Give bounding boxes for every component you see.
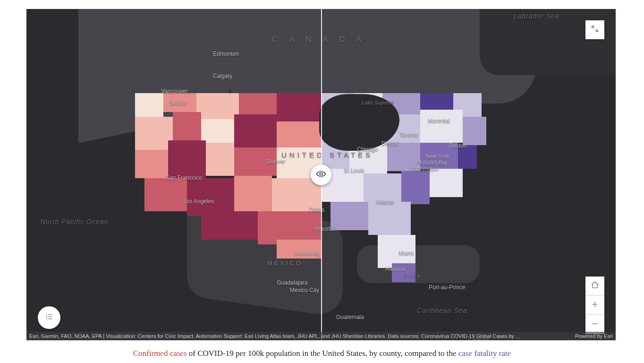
- home-icon: [591, 281, 599, 291]
- zoom-in-button[interactable]: [585, 295, 604, 315]
- home-extent-button[interactable]: [585, 277, 604, 295]
- app-frame: North Pacific Ocean Caribbean Sea Labrad…: [0, 0, 644, 363]
- svg-point-2: [46, 319, 47, 320]
- figure-caption: Confirmed cases of COVID-19 per 100k pop…: [0, 349, 644, 358]
- landmass: [357, 245, 480, 283]
- caption-fatality: case fatality rate: [458, 349, 511, 358]
- swipe-handle[interactable]: [311, 164, 331, 185]
- list-icon: [45, 312, 53, 323]
- svg-point-1: [46, 316, 47, 317]
- expand-icon: [591, 25, 599, 35]
- label-caribbean-sea: Caribbean Sea: [414, 306, 470, 316]
- minus-icon: [591, 320, 599, 330]
- svg-point-0: [46, 314, 47, 315]
- landmass: [480, 9, 616, 75]
- caption-confirmed: Confirmed cases: [133, 349, 187, 358]
- swipe-arrows-icon: [315, 168, 327, 182]
- expand-button[interactable]: [585, 20, 604, 39]
- plus-icon: [591, 300, 599, 311]
- city-guatemala: Guatemala: [336, 314, 364, 320]
- zoom-out-button[interactable]: [585, 315, 604, 334]
- choropleth-confirmed: [135, 93, 321, 246]
- attribution-bar: Esri, Garmin, FAO, NOAA, EPA | Visualiza…: [26, 332, 616, 340]
- caption-mid: of COVID-19 per 100k population in the U…: [187, 349, 458, 358]
- legend-button[interactable]: [38, 306, 60, 329]
- label-ocean-pacific: North Pacific Ocean: [41, 217, 97, 227]
- city-port-au-prince: Port-au-Prince: [429, 284, 465, 291]
- attribution-powered[interactable]: Powered by Esri: [575, 332, 613, 340]
- attribution-sources: Esri, Garmin, FAO, NOAA, EPA | Visualiza…: [29, 332, 570, 340]
- swipe-map[interactable]: North Pacific Ocean Caribbean Sea Labrad…: [26, 9, 616, 340]
